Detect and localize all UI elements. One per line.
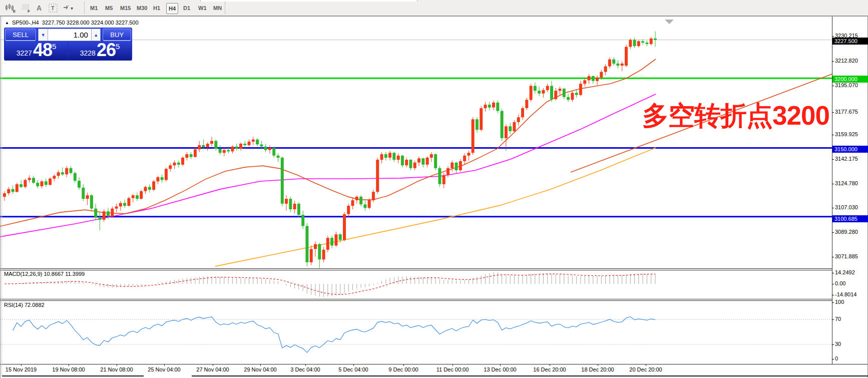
chart-window: ▲SP500-,H4 3227.750 3228.000 3224.000 32… xyxy=(0,17,868,378)
axis-tick xyxy=(832,319,834,320)
mt4-terminal: { "toolbar": { "icons": [ {"name": "char… xyxy=(0,0,868,378)
axis-tick xyxy=(832,295,834,295)
toolbar-separator xyxy=(84,2,85,14)
time-label: 19 Nov 08:00 xyxy=(52,366,85,372)
rsi-axis-label-30: 30 xyxy=(835,341,841,347)
time-label: 15 Nov 2019 xyxy=(6,366,37,372)
sell-button[interactable]: SELL xyxy=(5,29,36,41)
price-label-3159.925: 3159.925 xyxy=(835,131,858,137)
time-label: 3 Dec 04:00 xyxy=(290,366,320,372)
macd-indicator-label: MACD(12,26,9) 10.8667 11.3999 xyxy=(4,271,85,277)
price-chart-canvas[interactable] xyxy=(0,17,868,378)
axis-tick xyxy=(832,344,834,345)
grid-icon[interactable]: F xyxy=(20,3,32,14)
axis-tick xyxy=(832,159,834,160)
time-label: 13 Dec 00:00 xyxy=(484,366,516,372)
macd-axis-label-0.00: 0.00 xyxy=(835,280,845,286)
chart-window-icon[interactable]: E xyxy=(4,3,16,14)
svg-text:F: F xyxy=(28,9,30,13)
rsi-axis-label-0: 0 xyxy=(835,355,838,361)
sell-quote[interactable]: 3227 48 5 xyxy=(5,42,68,60)
axis-tick xyxy=(832,61,834,62)
price-label-3071.885: 3071.885 xyxy=(835,253,858,259)
price-badge-3227.500: 3227.500 xyxy=(832,38,868,45)
axis-tick xyxy=(832,86,834,86)
price-label-3195.070: 3195.070 xyxy=(835,82,858,88)
timeframe-d1-button[interactable]: D1 xyxy=(181,3,192,13)
time-label: 5 Dec 04:00 xyxy=(338,366,368,372)
timeframe-w1-button[interactable]: W1 xyxy=(196,3,209,13)
arrange-icon[interactable]: ▾ xyxy=(61,3,76,14)
time-label: 11 Dec 00:00 xyxy=(437,366,469,372)
price-label-3124.780: 3124.780 xyxy=(835,180,858,186)
price-label-3177.675: 3177.675 xyxy=(835,109,858,115)
axis-tick xyxy=(832,359,834,359)
bottom-tabs-edge xyxy=(192,375,868,376)
axis-tick xyxy=(832,112,834,113)
price-badge-3100.685: 3100.685 xyxy=(832,215,868,222)
rsi-axis-label-100: 100 xyxy=(835,299,844,305)
window-left-border xyxy=(0,17,1,378)
axis-tick xyxy=(832,184,834,184)
price-badge-3200.000: 3200.000 xyxy=(832,76,868,83)
time-label: 25 Nov 04:00 xyxy=(148,366,180,372)
price-label-3142.175: 3142.175 xyxy=(835,156,858,162)
rsi-indicator-label: RSI(14) 72.0882 xyxy=(4,302,45,308)
price-label-3212.820: 3212.820 xyxy=(835,58,858,64)
macd-axis-label--14.8014: -14.8014 xyxy=(835,291,856,297)
buy-quote[interactable]: 3228 26 5 xyxy=(69,42,131,60)
time-label: 9 Dec 00:00 xyxy=(388,366,418,372)
axis-tick xyxy=(832,257,834,257)
chart-shift-marker-icon[interactable] xyxy=(665,20,674,24)
rsi-axis-label-70: 70 xyxy=(835,316,841,322)
buy-price-big: 26 xyxy=(97,42,116,58)
axis-tick xyxy=(832,232,834,233)
time-label: 29 Nov 04:00 xyxy=(244,366,276,372)
time-label: 27 Nov 04:00 xyxy=(196,366,229,372)
buy-price-sup: 5 xyxy=(116,43,120,50)
axis-tick xyxy=(832,36,834,37)
sell-price-sup: 5 xyxy=(52,43,56,50)
axis-tick xyxy=(832,273,834,273)
time-label: 16 Dec 20:00 xyxy=(533,366,566,372)
timeframe-h4-button[interactable]: H4 xyxy=(166,3,178,14)
symbol-ohlc-line: ▲SP500-,H4 3227.750 3228.000 3224.000 32… xyxy=(5,20,139,26)
timeframe-m5-button[interactable]: M5 xyxy=(103,3,115,13)
chart-annotation-text: 多空转折点3200 xyxy=(642,98,829,134)
axis-tick xyxy=(832,284,834,284)
text-icon[interactable]: T xyxy=(47,3,59,14)
sell-price-small: 3227 xyxy=(17,48,32,58)
timeframe-mn-button[interactable]: MN xyxy=(211,3,224,13)
buy-price-small: 3228 xyxy=(80,48,96,58)
axis-tick xyxy=(832,302,834,303)
timeframe-m30-button[interactable]: M30 xyxy=(135,3,149,13)
cursor-icon[interactable]: A xyxy=(33,3,45,14)
one-click-trading-panel: SELL ▼ 1.00 ▲ BUY 3227 48 5 3228 26 5 xyxy=(4,28,132,61)
axis-tick xyxy=(832,135,834,135)
ohlc-values: 3227.750 3228.000 3224.000 3227.500 xyxy=(42,20,139,26)
time-label: 18 Dec 20:00 xyxy=(581,366,614,372)
svg-text:T: T xyxy=(51,5,55,11)
axis-tick xyxy=(832,208,834,208)
sell-price-big: 48 xyxy=(33,42,52,58)
price-badge-3150.000: 3150.000 xyxy=(832,146,868,153)
timeframe-m1-button[interactable]: M1 xyxy=(88,3,100,13)
svg-text:▾: ▾ xyxy=(71,6,73,11)
bottom-tabs-edge xyxy=(2,375,144,376)
upper-toolbar-remnant xyxy=(200,0,417,2)
symbol-title: SP500-,H4 xyxy=(12,20,39,26)
timeframe-h1-button[interactable]: H1 xyxy=(151,3,162,13)
time-label: 21 Nov 08:00 xyxy=(100,366,133,372)
macd-axis-label-14.2492: 14.2492 xyxy=(835,269,855,275)
timeframe-m15-button[interactable]: M15 xyxy=(118,3,133,13)
toolbar: E F A T ▾ M1M5M15M30H1H4D1W1MN xyxy=(0,0,868,17)
volume-input[interactable]: 1.00 xyxy=(48,29,91,41)
price-label-3107.030: 3107.030 xyxy=(835,204,858,210)
svg-text:E: E xyxy=(13,9,16,13)
time-label: 20 Dec 20:00 xyxy=(629,366,662,372)
toolbar-separator xyxy=(225,2,225,14)
window-left-border-inner xyxy=(2,17,2,375)
collapse-panel-icon[interactable]: ▲ xyxy=(5,21,9,25)
price-label-3089.280: 3089.280 xyxy=(835,229,858,235)
